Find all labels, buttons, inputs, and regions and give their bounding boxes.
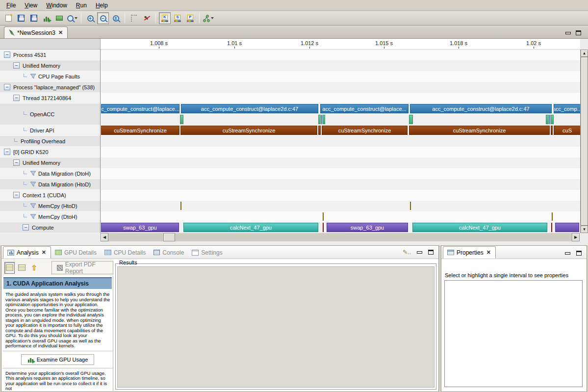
tree-row-compute[interactable]: −Compute [0, 222, 100, 233]
marker-ruler-button[interactable] [128, 12, 140, 24]
timeline-interval[interactable]: swap_63_gpu [101, 223, 179, 232]
guided-analysis-button[interactable] [4, 262, 15, 274]
maximize-icon[interactable] [428, 250, 434, 255]
export-pdf-button[interactable]: Export PDF Report [51, 261, 113, 274]
tab-properties[interactable]: Properties ✕ [443, 246, 496, 259]
openacc-event-mark[interactable] [180, 115, 183, 124]
minimize-icon[interactable] [417, 251, 422, 254]
timeline-interval[interactable] [551, 126, 553, 135]
zoom-out-button[interactable]: − [97, 12, 109, 24]
scroll-up-icon[interactable]: ▲ [581, 50, 588, 57]
tree-row-unified-memory[interactable]: −Unified Memory [0, 60, 100, 71]
timeline-interval[interactable]: acc_compute_construct@laplace2d.c:47 [410, 104, 552, 113]
timeline-interval[interactable] [323, 212, 324, 221]
vertical-scroll-thumb[interactable] [581, 57, 588, 226]
tree-row-process-laplace-managed-538[interactable]: −Process "laplace_managed" (538) [0, 82, 100, 93]
maximize-icon[interactable] [576, 251, 582, 256]
collapse-toggle-icon[interactable]: − [23, 224, 29, 231]
timeline-interval[interactable] [410, 202, 411, 210]
save-all-button[interactable] [28, 12, 40, 24]
menu-run[interactable]: Run [72, 0, 91, 10]
vertical-scrollbar[interactable]: ▲ ▼ [580, 50, 588, 233]
minimize-icon[interactable] [565, 32, 571, 34]
tree-row-0-grid-k520[interactable]: −[0] GRID K520 [0, 147, 100, 157]
timeline-interval[interactable]: cuS [554, 126, 580, 135]
tree-row-unified-memory[interactable]: −Unified Memory [0, 157, 100, 168]
tree-row-context-1-cuda[interactable]: −Context 1 (CUDA) [0, 190, 100, 201]
tree-row-cpu-page-faults[interactable]: CPU Page Faults [0, 71, 100, 82]
tab-cpu-details[interactable]: CPU Details [101, 246, 150, 259]
tab-analysis[interactable]: Analysis ✕ [3, 246, 51, 259]
tree-row-openacc[interactable]: OpenACC [0, 104, 100, 125]
edit-icon[interactable]: ✎.. [403, 249, 411, 256]
new-session-button[interactable] [2, 12, 14, 24]
timeline-interval[interactable] [551, 223, 552, 232]
timeline-interval[interactable]: cuStreamSynchronize [409, 126, 550, 135]
close-icon[interactable]: ✕ [486, 249, 491, 256]
timeline-interval[interactable]: calcNext_47_gpu [412, 223, 547, 232]
tree-row-data-migration-dtoh[interactable]: Data Migration (DtoH) [0, 168, 100, 179]
back-stage-button[interactable]: ⇧ [29, 262, 39, 274]
timeline-interval[interactable]: cuStreamSynchronize [101, 126, 179, 135]
timeline-interval[interactable]: calcNext_47_gpu [183, 223, 318, 232]
horizontal-scrollbar[interactable]: ◀ ▶ [101, 233, 580, 241]
marker-reset-button[interactable] [141, 12, 153, 24]
analysis-menu-button[interactable] [203, 12, 214, 24]
openacc-event-mark[interactable] [409, 115, 413, 124]
maximize-icon[interactable] [576, 30, 581, 35]
scroll-right-icon[interactable]: ▶ [572, 233, 580, 241]
minimize-icon[interactable] [565, 252, 570, 255]
session-tab[interactable]: *NewSession3 ✕ [4, 26, 68, 38]
menu-view[interactable]: View [20, 0, 42, 10]
scroll-left-icon[interactable]: ◀ [101, 233, 108, 241]
timeline-interval[interactable]: acc_compute_construct@laplace2d.c:47 [181, 104, 318, 113]
openacc-event-mark[interactable] [546, 115, 549, 124]
zoom-search-button[interactable] [66, 12, 78, 24]
tree-row-thread-3172140864[interactable]: −Thread 3172140864 [0, 93, 100, 104]
collapse-toggle-icon[interactable]: − [4, 52, 10, 58]
zoom-fit-button[interactable]: ± [110, 12, 122, 24]
save-button[interactable] [15, 12, 27, 24]
close-icon[interactable]: ✕ [58, 29, 63, 36]
stream-coloring-button[interactable]: S [172, 12, 183, 24]
openacc-event-mark[interactable] [549, 115, 550, 124]
scroll-down-icon[interactable]: ▼ [581, 226, 588, 233]
menu-file[interactable]: File [2, 0, 20, 10]
menu-help[interactable]: Help [91, 0, 112, 10]
menu-window[interactable]: Window [42, 0, 72, 10]
kernel-coloring-button[interactable]: K [159, 12, 171, 24]
timeline-interval[interactable]: swap_63_gpu [327, 223, 408, 232]
close-icon[interactable]: ✕ [41, 249, 47, 256]
collapse-toggle-icon[interactable]: − [4, 84, 10, 90]
tree-row-memcpy-dtoh[interactable]: MemCpy (DtoH) [0, 211, 100, 222]
process-coloring-button[interactable]: P [184, 12, 196, 24]
timeline-interval[interactable]: c_compute_construct@laplace... [101, 104, 179, 113]
horizontal-scroll-thumb[interactable] [163, 233, 175, 241]
timeline-interval[interactable]: acc_comp... [554, 104, 580, 113]
collapse-toggle-icon[interactable]: − [13, 95, 20, 101]
unguided-analysis-button[interactable] [17, 262, 27, 274]
tab-gpu-details[interactable]: GPU Details [51, 246, 101, 259]
collapse-toggle-icon[interactable]: − [13, 62, 20, 69]
tree-row-memcpy-htod[interactable]: MemCpy (HtoD) [0, 201, 100, 211]
timeline-interval[interactable]: cuStreamSynchronize [322, 126, 408, 135]
collapse-toggle-icon[interactable]: − [4, 149, 10, 155]
profile-application-button[interactable] [41, 12, 52, 24]
timeline-interval[interactable] [318, 126, 321, 135]
run-analysis-button[interactable] [53, 12, 65, 24]
openacc-event-mark[interactable] [323, 115, 325, 124]
tab-settings[interactable]: Settings [188, 246, 226, 259]
ruler-scale[interactable]: 1.008 s1.01 s1.012 s1.015 s1.018 s1.02 s [101, 39, 580, 50]
tree-row-process-4531[interactable]: −Process 4531 [0, 50, 100, 60]
collapse-toggle-icon[interactable]: − [13, 192, 20, 198]
timeline-interval[interactable]: cuStreamSynchronize [180, 126, 317, 135]
tree-row-profiling-overhead[interactable]: Profiling Overhead [0, 136, 100, 147]
timeline-interval[interactable] [555, 223, 579, 232]
openacc-event-mark[interactable] [321, 115, 322, 124]
tab-console[interactable]: Console [150, 246, 188, 259]
timeline-interval[interactable] [552, 212, 553, 221]
openacc-event-mark[interactable] [551, 115, 554, 124]
timeline-interval[interactable]: acc_compute_construct@laplace... [320, 104, 409, 113]
tree-row-driver-api[interactable]: Driver API [0, 125, 100, 136]
tree-row-data-migration-htod[interactable]: Data Migration (HtoD) [0, 179, 100, 190]
